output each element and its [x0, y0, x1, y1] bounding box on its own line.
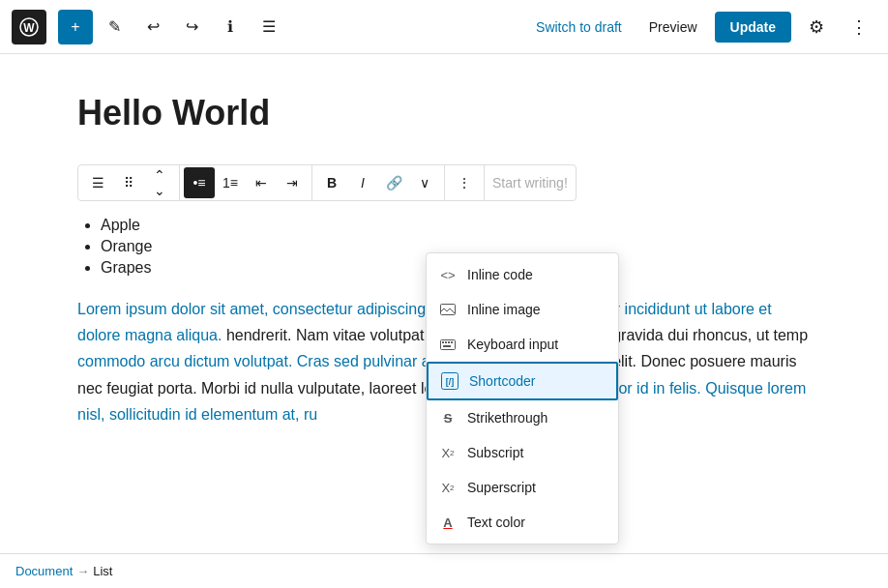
info-button[interactable]: ℹ [213, 10, 248, 44]
redo-icon: ↪ [186, 17, 198, 36]
top-bar: W + ✎ ↩ ↪ ℹ ☰ Switch to draft Preview Up… [0, 0, 888, 54]
undo-icon: ↩ [147, 17, 160, 36]
redo-button[interactable]: ↪ [174, 10, 209, 44]
toolbar-group-type: ☰ ⠿ ⌃⌄ [78, 165, 180, 200]
strikethrough-icon: S [438, 408, 458, 427]
vertical-dots-icon: ⋮ [850, 16, 868, 38]
dropdown-item-label: Inline code [467, 267, 533, 282]
switch-to-draft-button[interactable]: Switch to draft [526, 14, 632, 41]
breadcrumb-document[interactable]: Document [15, 564, 73, 578]
block-toolbar: ☰ ⠿ ⌃⌄ •≡ 1≡ ⇤ ⇥ B I [77, 164, 577, 201]
editor-placeholder: Start writing! [485, 175, 576, 191]
dropdown-item-text-color[interactable]: A Text color [427, 505, 618, 540]
dropdown-item-label: Text color [467, 514, 525, 530]
keyboard-icon [438, 335, 458, 354]
update-button[interactable]: Update [715, 12, 791, 43]
editor-area: Hello World ☰ ⠿ ⌃⌄ •≡ 1≡ ⇤ ⇥ [0, 54, 888, 455]
dropdown-item-superscript[interactable]: X2 Superscript [427, 470, 618, 505]
add-block-button[interactable]: + [58, 10, 93, 44]
gear-icon: ⚙ [809, 16, 824, 38]
settings-button[interactable]: ⚙ [799, 10, 834, 44]
inline-image-icon [438, 300, 458, 319]
dropdown-item-inline-image[interactable]: Inline image [427, 292, 618, 327]
dropdown-item-label: Superscript [467, 480, 536, 495]
dropdown-item-strikethrough[interactable]: S Strikethrough [427, 400, 618, 435]
subscript-icon: X2 [438, 443, 458, 462]
toolbar-italic-button[interactable]: I [347, 167, 378, 198]
dropdown-menu: <> Inline code Inline image Keyboard inp… [426, 252, 619, 544]
link-icon: 🔗 [386, 175, 402, 191]
dropdown-item-label: Keyboard input [467, 337, 558, 352]
toolbar-link-button[interactable]: 🔗 [378, 167, 409, 198]
editor-actions: + ✎ ↩ ↪ ℹ ☰ [58, 10, 286, 44]
preview-button[interactable]: Preview [639, 14, 707, 41]
dropdown-item-label: Inline image [467, 302, 541, 317]
toolbar-group-text: B I 🔗 ∨ [312, 165, 445, 200]
plus-icon: + [71, 18, 79, 36]
dropdown-item-label: Subscript [467, 445, 523, 460]
dropdown-item-shortcoder[interactable]: [/] Shortcoder [427, 362, 618, 400]
ordered-list-icon: 1≡ [222, 175, 238, 191]
list-unordered-icon: ☰ [92, 175, 104, 191]
dropdown-item-keyboard-input[interactable]: Keyboard input [427, 327, 618, 362]
breadcrumb-bar: Document → List [0, 553, 888, 588]
dropdown-item-label: Shortcoder [469, 373, 535, 389]
dropdown-item-label: Strikethrough [467, 410, 548, 426]
top-bar-right: Switch to draft Preview Update ⚙ ⋮ [526, 10, 876, 44]
toolbar-bullet-list-button[interactable]: •≡ [184, 167, 215, 198]
toolbar-options-button[interactable]: ⋮ [449, 167, 480, 198]
svg-rect-6 [448, 341, 450, 343]
toolbar-more-rich-button[interactable]: ∨ [409, 167, 440, 198]
pencil-icon: ✎ [108, 17, 121, 36]
list-view-button[interactable]: ☰ [252, 10, 286, 44]
toolbar-bold-button[interactable]: B [316, 167, 347, 198]
toolbar-group-options: ⋮ [445, 165, 485, 200]
svg-rect-8 [443, 345, 451, 347]
toolbar-indent-button[interactable]: ⇥ [277, 167, 308, 198]
svg-rect-5 [445, 341, 447, 343]
indent-icon: ⇥ [286, 175, 298, 191]
list-icon: ☰ [262, 17, 276, 36]
list-item[interactable]: Apple [101, 217, 811, 234]
more-options-button[interactable]: ⋮ [842, 10, 876, 44]
inline-code-icon: <> [438, 265, 458, 284]
svg-text:[/]: [/] [446, 377, 455, 387]
toolbar-ordered-list-button[interactable]: 1≡ [215, 167, 246, 198]
toolbar-move-button[interactable]: ⌃⌄ [144, 167, 175, 198]
edit-button[interactable]: ✎ [97, 10, 132, 44]
wordpress-logo[interactable]: W [12, 10, 46, 44]
dropdown-item-subscript[interactable]: X2 Subscript [427, 435, 618, 470]
bullet-list-icon: •≡ [192, 175, 205, 191]
three-dots-icon: ⋮ [458, 175, 471, 191]
dropdown-item-inline-code[interactable]: <> Inline code [427, 257, 618, 292]
info-icon: ℹ [227, 17, 233, 36]
chevron-down-icon: ∨ [420, 175, 429, 191]
shortcoder-icon: [/] [440, 371, 459, 391]
toolbar-list-type-button[interactable]: ☰ [82, 167, 113, 198]
chevron-updown-icon: ⌃⌄ [154, 167, 165, 198]
toolbar-drag-button[interactable]: ⠿ [113, 167, 144, 198]
outdent-icon: ⇤ [255, 175, 267, 191]
text-color-icon: A [438, 513, 458, 532]
svg-rect-7 [451, 341, 453, 343]
drag-icon: ⠿ [124, 175, 133, 191]
post-title[interactable]: Hello World [77, 93, 811, 133]
toolbar-outdent-button[interactable]: ⇤ [246, 167, 277, 198]
svg-text:W: W [23, 21, 35, 35]
toolbar-group-format: •≡ 1≡ ⇤ ⇥ [180, 165, 312, 200]
superscript-icon: X2 [438, 478, 458, 497]
svg-rect-4 [442, 341, 444, 343]
breadcrumb-list: List [93, 564, 112, 578]
breadcrumb-separator: → [76, 564, 89, 578]
undo-button[interactable]: ↩ [135, 10, 170, 44]
